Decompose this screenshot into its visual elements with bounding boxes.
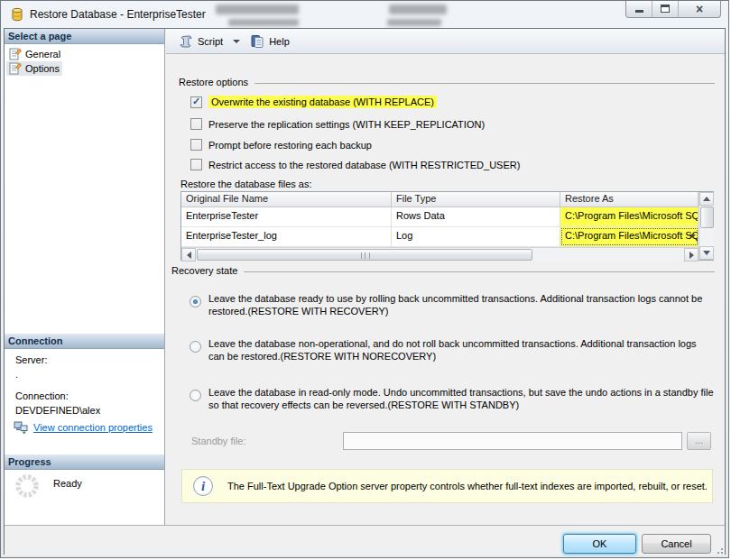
restore-database-dialog: Restore Database - EnterpriseTester × Se…	[0, 0, 729, 558]
background-glass-blur	[387, 19, 441, 26]
progress-spinner-icon	[14, 473, 41, 500]
server-label: Server:	[15, 353, 160, 367]
script-icon	[179, 34, 193, 49]
grid-header-row: Original File Name File Type Restore As	[181, 192, 699, 207]
checkbox-row-prompt-before-restore: Prompt before restoring each backup	[190, 139, 372, 151]
close-button[interactable]: ×	[679, 0, 720, 17]
radio-label[interactable]: Leave the database ready to use by rolli…	[208, 292, 715, 317]
page-icon	[9, 62, 22, 75]
connection-value: DEVDEFINED\alex	[15, 404, 160, 418]
help-button[interactable]: Help	[245, 31, 295, 52]
restore-files-label: Restore the database files as:	[180, 179, 312, 189]
scroll-up-button[interactable]	[699, 192, 714, 206]
script-dropdown-icon[interactable]	[233, 40, 240, 43]
sidebar: Select a page General Options Connection	[5, 29, 165, 525]
connection-properties-icon	[14, 420, 28, 435]
triangle-right-icon	[689, 252, 694, 259]
background-glass-blur	[228, 19, 299, 26]
progress-header: Progress	[5, 454, 164, 470]
prompt-before-restore-checkbox[interactable]	[190, 139, 202, 151]
note-text: The Full-Text Upgrade Option server prop…	[227, 481, 708, 491]
vertical-scrollbar[interactable]	[699, 192, 714, 260]
browse-button[interactable]: ...	[687, 432, 711, 450]
background-glass-blur	[216, 5, 299, 14]
standby-file-label: Standby file:	[191, 436, 343, 446]
sidebar-item-label: Options	[25, 63, 60, 74]
minimize-icon	[635, 10, 643, 13]
ok-button[interactable]: OK	[563, 534, 636, 554]
column-header-restore-as[interactable]: Restore As	[560, 192, 699, 207]
checkbox-row-preserve-replication: Preserve the replication settings (WITH …	[190, 118, 485, 130]
checkbox-label[interactable]: Overwrite the existing database (WITH RE…	[208, 96, 437, 108]
combo-dropdown-icon[interactable]	[689, 234, 696, 238]
horizontal-scrollbar[interactable]	[181, 247, 699, 262]
close-icon: ×	[696, 3, 703, 15]
connection-info: Server: . Connection: DEVDEFINED\alex	[15, 353, 160, 418]
horizontal-scroll-thumb[interactable]	[197, 249, 532, 261]
restore-options-group-label: Restore options	[179, 77, 248, 87]
vertical-scroll-thumb[interactable]	[700, 207, 714, 228]
restore-options-group: Restore options	[179, 77, 715, 87]
column-header-file-type[interactable]: File Type	[392, 192, 560, 207]
scroll-down-button[interactable]	[699, 246, 714, 260]
with-norecovery-radio[interactable]	[190, 341, 201, 353]
cell-original-file-name[interactable]: EnterpriseTester_log	[181, 227, 392, 246]
checkbox-row-overwrite: Overwrite the existing database (WITH RE…	[190, 96, 437, 108]
recovery-state-group-label: Recovery state	[171, 265, 237, 276]
sidebar-item-options[interactable]: Options	[6, 61, 62, 76]
standby-file-input[interactable]	[343, 432, 682, 450]
view-connection-properties-link[interactable]: View connection properties	[33, 422, 153, 433]
dialog-content: Select a page General Options Connection	[4, 28, 726, 555]
footer-bar: OK Cancel	[5, 525, 725, 555]
connection-header: Connection	[5, 334, 164, 349]
connection-label: Connection:	[15, 390, 160, 403]
cell-restore-as-text: C:\Program Files\Microsoft SQ	[565, 230, 699, 241]
table-row[interactable]: EnterpriseTester_log Log C:\Program File…	[181, 227, 699, 247]
checkbox-label[interactable]: Prompt before restoring each backup	[208, 140, 372, 151]
resize-grip[interactable]	[715, 546, 724, 555]
script-button[interactable]: Script	[173, 31, 228, 52]
script-label: Script	[198, 36, 223, 47]
triangle-up-icon	[703, 197, 710, 201]
scroll-right-button[interactable]	[684, 248, 699, 262]
overwrite-checkbox[interactable]	[190, 96, 202, 108]
radio-row-with-standby: Leave the database in read-only mode. Un…	[190, 386, 715, 411]
minimize-button[interactable]	[626, 0, 652, 17]
restore-files-grid: Original File Name File Type Restore As …	[180, 191, 714, 261]
with-standby-radio[interactable]	[190, 390, 201, 401]
table-row[interactable]: EnterpriseTester Rows Data C:\Program Fi…	[181, 207, 699, 227]
cell-original-file-name[interactable]: EnterpriseTester	[181, 207, 392, 226]
help-label: Help	[269, 36, 290, 47]
with-recovery-radio[interactable]	[190, 296, 201, 308]
database-icon	[10, 7, 24, 22]
checkbox-label[interactable]: Restrict access to the restored database…	[208, 160, 520, 170]
sidebar-item-general[interactable]: General	[6, 47, 63, 61]
cell-restore-as[interactable]: C:\Program Files\Microsoft SQ	[560, 207, 699, 226]
cell-file-type[interactable]: Rows Data	[392, 207, 560, 226]
triangle-left-icon	[187, 252, 191, 259]
checkbox-row-restrict-access: Restrict access to the restored database…	[190, 159, 520, 170]
preserve-replication-checkbox[interactable]	[190, 118, 202, 130]
checkbox-label[interactable]: Preserve the replication settings (WITH …	[208, 119, 485, 130]
fulltext-note: i The Full-Text Upgrade Option server pr…	[181, 469, 713, 503]
radio-row-with-recovery: Leave the database ready to use by rolli…	[190, 292, 715, 317]
window-title: Restore Database - EnterpriseTester	[30, 8, 206, 21]
radio-label[interactable]: Leave the database non-operational, and …	[208, 337, 715, 363]
cell-file-type[interactable]: Log	[392, 227, 560, 246]
radio-label[interactable]: Leave the database in read-only mode. Un…	[208, 386, 715, 411]
cell-restore-as[interactable]: C:\Program Files\Microsoft SQ	[560, 227, 699, 246]
maximize-icon	[661, 5, 670, 13]
window-controls: ×	[625, 0, 721, 18]
recovery-state-group: Recovery state	[171, 265, 715, 276]
maximize-button[interactable]	[652, 0, 679, 17]
titlebar[interactable]: Restore Database - EnterpriseTester ×	[1, 1, 728, 28]
sidebar-item-label: General	[25, 49, 60, 60]
triangle-down-icon	[703, 251, 710, 255]
column-header-original-file-name[interactable]: Original File Name	[181, 192, 392, 207]
server-value: .	[15, 368, 160, 381]
scroll-left-button[interactable]	[181, 248, 196, 262]
cancel-button[interactable]: Cancel	[642, 534, 711, 554]
restrict-access-checkbox[interactable]	[190, 159, 202, 170]
radio-row-with-norecovery: Leave the database non-operational, and …	[190, 337, 715, 363]
progress-status: Ready	[53, 478, 82, 500]
